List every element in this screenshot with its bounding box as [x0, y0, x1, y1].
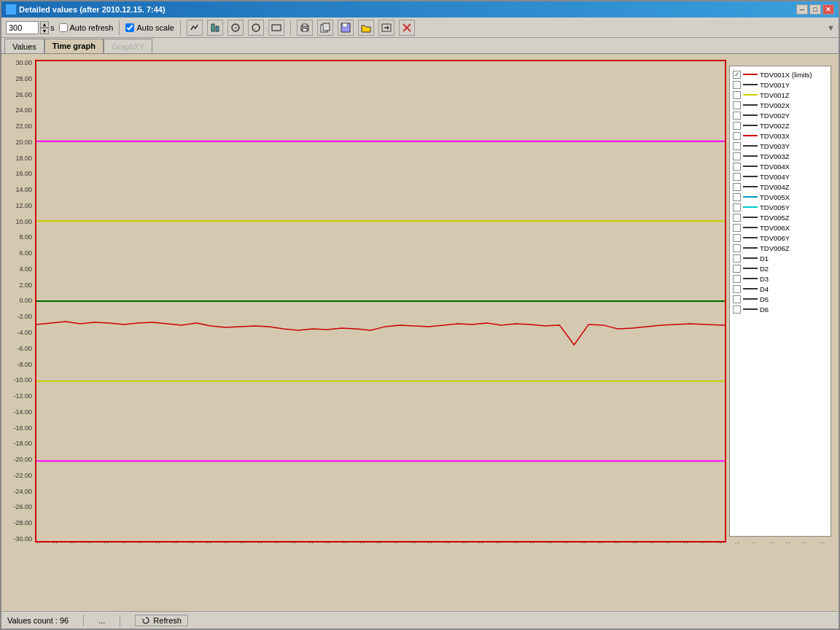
toolbar-btn-4[interactable]: - — [248, 20, 264, 36]
legend-item[interactable]: TDV003Y — [733, 141, 828, 151]
legend-item[interactable]: TDV002X — [733, 100, 828, 110]
y-axis-label: -14.00 — [13, 409, 32, 416]
svg-rect-9 — [303, 28, 307, 31]
legend-checkbox[interactable]: ✓ — [733, 71, 741, 79]
legend-item[interactable]: TDV006Z — [733, 243, 828, 253]
y-axis-label: 6.00 — [19, 250, 32, 257]
legend-checkbox[interactable] — [733, 142, 741, 150]
legend-item[interactable]: D2 — [733, 263, 828, 273]
auto-refresh-group: Auto refresh — [59, 23, 114, 32]
legend-item-label: D1 — [760, 254, 769, 262]
legend-checkbox[interactable] — [733, 265, 741, 273]
y-axis-label: 24.00 — [15, 107, 32, 114]
refresh-button[interactable]: Refresh — [135, 615, 188, 626]
legend-checkbox[interactable] — [733, 122, 741, 130]
x-axis-label: 15.12.2010 16:00 — [308, 542, 314, 544]
x-axis-label: 15.12.2010 11:00 — [137, 542, 144, 544]
x-axis-label: 15.12.2010 18:30 — [393, 542, 400, 544]
legend-item[interactable]: TDV002Y — [733, 110, 828, 120]
auto-scale-checkbox[interactable] — [125, 23, 134, 32]
toolbar-btn-print[interactable] — [297, 20, 313, 36]
legend-item[interactable]: ✓TDV001X (limits) — [733, 69, 828, 79]
spin-up[interactable]: ▲ — [40, 21, 49, 28]
legend-item[interactable]: TDV006Y — [733, 233, 828, 243]
legend-checkbox[interactable] — [733, 152, 741, 160]
legend-item[interactable]: TDV003X — [733, 131, 828, 141]
toolbar-btn-2[interactable] — [207, 20, 223, 36]
legend-item[interactable]: TDV005X — [733, 192, 828, 202]
minimize-button[interactable]: ─ — [796, 4, 808, 15]
legend-color-line — [743, 308, 758, 310]
toolbar-sep-2 — [180, 20, 181, 35]
legend-item[interactable]: TDV004Z — [733, 182, 828, 192]
ellipsis-section: ... — [98, 616, 105, 625]
interval-input[interactable]: 300 — [6, 21, 39, 34]
legend-item[interactable]: D5 — [733, 294, 828, 304]
x-axis-label: 15.12.2010 15:30 — [290, 542, 297, 544]
toolbar-btn-5[interactable] — [268, 20, 284, 36]
maximize-button[interactable]: □ — [809, 4, 821, 15]
legend-checkbox[interactable] — [733, 224, 741, 232]
legend-checkbox[interactable] — [733, 203, 741, 211]
legend-item[interactable]: TDV005Y — [733, 202, 828, 212]
tab-graph-xy: GraphXY — [104, 39, 152, 53]
legend-color-line — [743, 155, 758, 157]
legend-item[interactable]: TDV004X — [733, 161, 828, 171]
toolbar-btn-open[interactable] — [358, 20, 374, 36]
legend-checkbox[interactable] — [733, 306, 741, 314]
legend-item[interactable]: TDV002Z — [733, 120, 828, 131]
legend-item[interactable]: D3 — [733, 273, 828, 284]
legend-checkbox[interactable] — [733, 295, 741, 303]
tab-values[interactable]: Values — [4, 39, 44, 53]
window-controls: ─ □ ✕ — [796, 4, 834, 15]
toolbar-scroll[interactable]: ▼ — [827, 23, 834, 32]
legend-checkbox[interactable] — [733, 193, 741, 201]
tab-time-graph[interactable]: Time graph — [44, 39, 104, 53]
auto-refresh-checkbox[interactable] — [59, 23, 68, 32]
spin-arrows: ▲ ▼ — [40, 21, 49, 34]
legend-checkbox[interactable] — [733, 214, 741, 222]
legend-checkbox[interactable] — [733, 91, 741, 99]
legend-checkbox[interactable] — [733, 163, 741, 171]
y-axis: 30.0028.0026.0024.0022.0020.0018.0016.00… — [4, 60, 35, 542]
legend-item[interactable]: D6 — [733, 304, 828, 314]
x-axis-label: 15.12.2010 11:30 — [155, 542, 161, 544]
legend-checkbox[interactable] — [733, 81, 741, 89]
legend-color-line — [743, 237, 758, 238]
legend-checkbox[interactable] — [733, 132, 741, 140]
legend-checkbox[interactable] — [733, 275, 741, 283]
app-icon — [6, 4, 16, 15]
legend-color-line — [743, 298, 758, 300]
legend-checkbox[interactable] — [733, 234, 741, 242]
legend-item[interactable]: D1 — [733, 253, 828, 263]
legend-item[interactable]: TDV005Z — [733, 212, 828, 222]
spin-down[interactable]: ▼ — [40, 28, 49, 34]
legend-checkbox[interactable] — [733, 244, 741, 252]
toolbar-btn-close[interactable] — [399, 20, 415, 36]
y-axis-label: 14.00 — [15, 187, 32, 193]
legend-item[interactable]: TDV001Y — [733, 79, 828, 90]
chart-plot[interactable] — [35, 60, 726, 542]
legend-checkbox[interactable] — [733, 101, 741, 109]
legend-item[interactable]: TDV003Z — [733, 151, 828, 161]
legend-item[interactable]: TDV004Y — [733, 171, 828, 182]
legend-item[interactable]: TDV006X — [733, 222, 828, 233]
x-axis-label: 15.12.2010 08:30 — [52, 542, 58, 544]
legend: ✓TDV001X (limits)TDV001YTDV001ZTDV002XTD… — [729, 66, 831, 537]
toolbar-btn-copy[interactable] — [317, 20, 333, 36]
toolbar-btn-3[interactable]: + — [228, 20, 244, 36]
legend-item[interactable]: TDV001Z — [733, 90, 828, 100]
legend-checkbox[interactable] — [733, 112, 741, 120]
close-button[interactable]: ✕ — [822, 4, 834, 15]
toolbar-btn-1[interactable] — [187, 20, 203, 36]
legend-checkbox[interactable] — [733, 254, 741, 262]
legend-checkbox[interactable] — [733, 285, 741, 293]
legend-checkbox[interactable] — [733, 173, 741, 181]
toolbar-btn-save[interactable] — [338, 20, 354, 36]
legend-color-line — [743, 176, 758, 177]
legend-item-label: TDV004X — [760, 163, 790, 171]
toolbar-btn-export[interactable] — [378, 20, 394, 36]
legend-checkbox[interactable] — [733, 183, 741, 191]
legend-item[interactable]: D4 — [733, 284, 828, 294]
x-axis-label: 15.12.2010 21:00 — [478, 542, 484, 544]
